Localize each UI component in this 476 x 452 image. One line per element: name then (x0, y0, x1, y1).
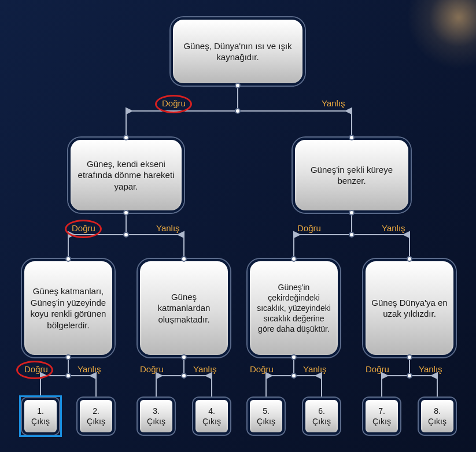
l2-right-text: Güneş'in şekli küreye benzer. (301, 164, 403, 187)
leaf-8-text: 8. Çıkış (427, 406, 448, 427)
junction-dot (407, 256, 412, 262)
label-true: Doğru (24, 364, 48, 374)
junction-dot (235, 83, 241, 88)
label-false: Yanlış (78, 364, 101, 374)
leaf-5: 5. Çıkış (248, 398, 285, 435)
label-true: Doğru (72, 223, 95, 233)
junction-dot (349, 232, 355, 238)
leaf-7: 7. Çıkış (363, 398, 400, 435)
leaf-4-text: 4. Çıkış (201, 406, 222, 427)
junction-dot (349, 135, 355, 140)
leaf-1: 1. Çıkış (22, 398, 59, 435)
junction-dot (349, 210, 355, 216)
decision-tree: Güneş, Dünya'nın ısı ve ışık kaynağıdır.… (0, 0, 476, 452)
l3-n1-text: Güneş katmanları, Güneş'in yüzeyinde koy… (30, 286, 106, 331)
label-false: Yanlış (303, 364, 327, 374)
leaf-8: 8. Çıkış (419, 398, 456, 435)
leaf-3: 3. Çıkış (138, 398, 175, 435)
junction-dot (65, 256, 71, 262)
l2-left-node: Güneş, kendi ekseni etrafında dönme hare… (68, 138, 184, 213)
junction-dot (291, 354, 297, 360)
l3-n4-node: Güneş Dünya'ya en uzak yıldızdır. (363, 259, 456, 357)
label-true: Doğru (250, 364, 274, 374)
junction-dot (291, 256, 297, 262)
l3-n2-node: Güneş katmanlardan oluşmaktadır. (138, 259, 230, 357)
junction-dot (123, 232, 129, 238)
junction-dot (407, 373, 412, 379)
l2-left-text: Güneş, kendi ekseni etrafında dönme hare… (76, 158, 176, 192)
label-false: Yanlış (193, 364, 217, 374)
label-true: Doğru (366, 364, 389, 374)
junction-dot (123, 135, 129, 140)
leaf-7-text: 7. Çıkış (371, 406, 392, 427)
leaf-2: 2. Çıkış (78, 398, 115, 435)
root-node: Güneş, Dünya'nın ısı ve ışık kaynağıdır. (171, 17, 305, 86)
l2-right-node: Güneş'in şekli küreye benzer. (293, 138, 411, 213)
label-true: Doğru (297, 223, 321, 233)
label-false: Yanlış (322, 98, 345, 108)
leaf-5-text: 5. Çıkış (256, 406, 276, 427)
l3-n1-node: Güneş katmanları, Güneş'in yüzeyinde koy… (22, 259, 115, 357)
leaf-3-text: 3. Çıkış (146, 406, 167, 427)
label-true: Doğru (162, 98, 186, 108)
leaf-4: 4. Çıkış (193, 398, 230, 435)
junction-dot (65, 373, 71, 379)
label-true: Doğru (140, 364, 164, 374)
leaf-2-text: 2. Çıkış (86, 406, 106, 427)
junction-dot (291, 373, 297, 379)
l3-n3-node: Güneş'in çekirdeğindeki sıcaklık, yüzeyi… (248, 259, 340, 357)
junction-dot (181, 354, 187, 360)
l3-n2-text: Güneş katmanlardan oluşmaktadır. (146, 291, 222, 325)
junction-dot (181, 373, 187, 379)
leaf-1-text: 1. Çıkış (30, 406, 51, 427)
root-text: Güneş, Dünya'nın ısı ve ışık kaynağıdır. (179, 40, 297, 63)
junction-dot (235, 108, 241, 114)
label-false: Yanlış (156, 223, 180, 233)
junction-dot (65, 354, 71, 360)
l3-n3-text: Güneş'in çekirdeğindeki sıcaklık, yüzeyi… (256, 282, 332, 335)
junction-dot (181, 256, 187, 262)
label-false: Yanlış (382, 223, 405, 233)
leaf-6: 6. Çıkış (303, 398, 340, 435)
leaf-6-text: 6. Çıkış (311, 406, 332, 427)
junction-dot (123, 210, 129, 216)
l3-n4-text: Güneş Dünya'ya en uzak yıldızdır. (371, 297, 448, 320)
label-false: Yanlış (419, 364, 442, 374)
junction-dot (407, 354, 412, 360)
